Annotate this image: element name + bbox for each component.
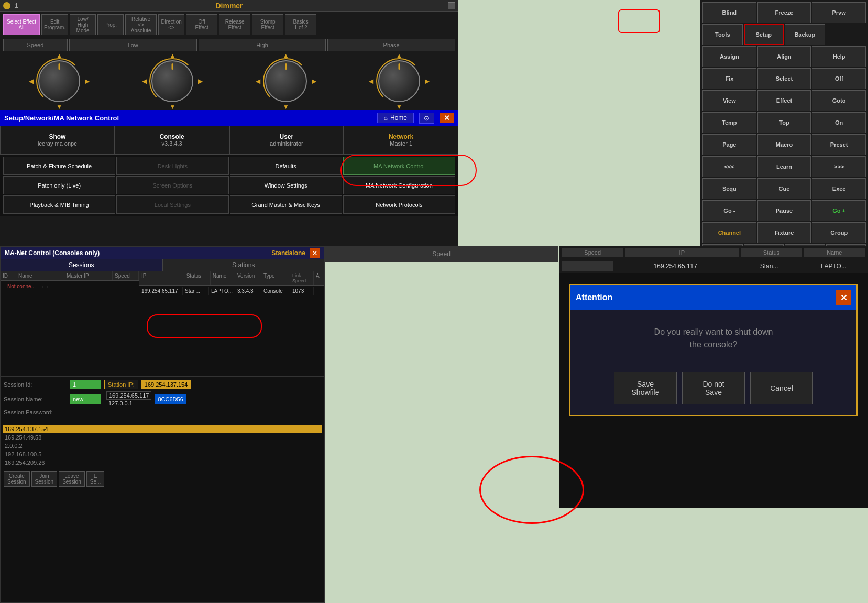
align-btn[interactable]: Align [757,46,811,67]
window-settings-btn[interactable]: Window Settings [230,176,342,194]
save-showfile-btn[interactable]: SaveShowfile [614,372,677,404]
session-name-row: Session Name: new 169.254.65.117 127.0.0… [4,391,321,407]
ip-entry-1: 169.254.65.117 [106,391,151,400]
prop-btn[interactable]: Prop. [97,14,124,35]
close-button[interactable]: ✕ [440,113,454,123]
station-ip-label[interactable]: Station IP: [104,380,138,389]
station-version-header: Version [235,271,261,285]
effect-btn[interactable]: Effect [757,90,811,111]
desk-lights-btn[interactable]: Desk Lights [116,157,228,175]
relative-absolute-btn[interactable]: Relative<>Absolute [125,14,157,35]
prev-btn[interactable]: <<< [702,156,756,177]
phase-btn[interactable]: Phase [327,39,455,51]
ip-item-2[interactable]: 169.254.49.58 [3,433,322,442]
station-link-header: Link Speed [290,271,314,285]
group-btn[interactable]: Group [812,222,866,243]
fixture-btn[interactable]: Fixture [757,222,811,243]
attention-close-btn[interactable]: ✕ [836,290,851,305]
cue-btn[interactable]: Cue [757,178,811,199]
stations-header: IP Status Name Version Type Link Speed A [139,271,324,286]
patch-fixture-btn[interactable]: Patch & Fixture Schedule [3,157,115,175]
knob-2[interactable] [151,60,193,102]
ip-item-3[interactable]: 2.0.0.2 [3,442,322,450]
create-session-btn[interactable]: CreateSession [4,471,30,487]
network-protocols-btn[interactable]: Network Protocols [343,195,455,214]
freeze-btn[interactable]: Freeze [757,2,811,23]
assign-btn[interactable]: Assign [702,46,756,67]
local-settings-btn[interactable]: Local Settings [116,195,228,214]
leave-session-btn[interactable]: LeaveSession [59,471,85,487]
page-btn[interactable]: Page [702,134,756,155]
channel-btn[interactable]: Channel [702,222,756,243]
exec-btn[interactable]: Exec [812,178,866,199]
ip-item-1[interactable]: 169.254.137.154 [3,425,322,433]
select-btn[interactable]: Select [757,68,811,89]
station-name-header: Name [211,271,235,285]
home-button[interactable]: ⌂ Home [377,113,414,123]
manet-close-btn[interactable]: ✕ [310,248,320,258]
station-status: Stan... [183,287,209,295]
sequ-btn[interactable]: Sequ [702,178,756,199]
knob-3[interactable] [265,60,307,102]
minimize-button[interactable] [448,2,455,9]
knob-1[interactable] [38,60,80,102]
go-minus-btn[interactable]: Go - [702,200,756,221]
direction-btn[interactable]: Direction<> [158,14,184,35]
on-btn[interactable]: On [812,112,866,133]
high-btn[interactable]: High [199,39,326,51]
learn-btn[interactable]: Learn [757,156,811,177]
sessions-tab[interactable]: Sessions [1,259,163,271]
top-btn[interactable]: Top [757,112,811,133]
speed-btn[interactable]: Speed [3,39,68,51]
low-high-mode-btn[interactable]: Low/HighMode [70,14,96,35]
off-effect-btn[interactable]: OffEffect [186,14,217,35]
tools-btn[interactable]: Tools [702,24,743,45]
pause-btn[interactable]: Pause [757,200,811,221]
patch-only-btn[interactable]: Patch only (Live) [3,176,115,194]
preset-btn[interactable]: Preset [812,134,866,155]
view-btn[interactable]: View [702,90,756,111]
ip-list: 169.254.137.154 169.254.49.58 2.0.0.2 19… [1,423,324,469]
setup-btn[interactable]: Setup [744,24,784,45]
screen-options-btn[interactable]: Screen Options [116,176,228,194]
fix-btn[interactable]: Fix [702,68,756,89]
low-btn[interactable]: Low [69,39,197,51]
status-col-header: Status [741,248,801,257]
ip-entry-2: 127.0.0.1 [106,400,151,407]
home-icon: ⌂ [384,114,388,122]
camera-button[interactable]: ⊙ [419,113,434,124]
macro-btn[interactable]: Macro [757,134,811,155]
backup-btn[interactable]: Backup [785,24,825,45]
ip-col-header: IP [625,248,739,257]
edit-program-btn[interactable]: EditProgram. [41,14,68,35]
prvw-btn[interactable]: Prvw [812,2,866,23]
off-btn[interactable]: Off [812,68,866,89]
next-btn[interactable]: >>> [812,156,866,177]
select-effect-btn[interactable]: Select EffectAll [3,14,40,35]
stomp-effect-btn[interactable]: StompEffect [252,14,283,35]
go-plus-btn[interactable]: Go + [812,200,866,221]
stations-tab[interactable]: Stations [163,259,325,271]
release-effect-btn[interactable]: ReleaseEffect [219,14,250,35]
grand-master-btn[interactable]: Grand Master & Misc Keys [230,195,342,214]
show-name: iceray ma onpc [38,140,77,147]
do-not-save-btn[interactable]: Do notSave [682,372,745,404]
ip-item-5[interactable]: 169.254.209.26 [3,458,322,467]
ma-network-control-btn[interactable]: MA Network Control [343,157,455,175]
temp-btn[interactable]: Temp [702,112,756,133]
goto-btn[interactable]: Goto [812,90,866,111]
defaults-btn[interactable]: Defaults [230,157,342,175]
basics-btn[interactable]: Basics1 of 2 [285,14,316,35]
help-btn[interactable]: Help [812,46,866,67]
knob-4[interactable] [378,60,420,102]
cancel-btn[interactable]: Cancel [750,372,813,404]
ip-item-4[interactable]: 192.168.100.5 [3,450,322,458]
session-master-header: Master IP [64,271,113,280]
playback-mib-btn[interactable]: Playback & MIB Timing [3,195,115,214]
session-row: Not conne... [1,281,139,292]
join-session-btn[interactable]: JoinSession [31,471,58,487]
blind-btn[interactable]: Blind [702,2,756,23]
attention-body: Do you really want to shut downthe conso… [570,310,856,367]
extra-session-btn[interactable]: ESe... [86,471,105,487]
ma-network-config-btn[interactable]: MA Network Configuration [343,176,455,194]
